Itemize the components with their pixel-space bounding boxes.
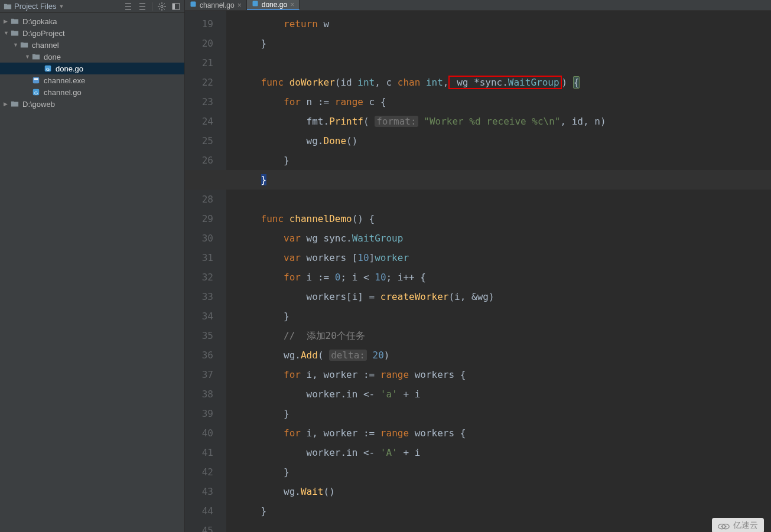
line-number: 31 — [185, 248, 213, 267]
line-number: 38 — [185, 384, 213, 404]
folder-icon — [11, 17, 20, 25]
tree-item[interactable]: ▼channel — [0, 39, 184, 51]
line-number: 26 — [185, 151, 213, 170]
code-line[interactable]: for i, worker := range workers { — [226, 423, 771, 443]
code-editor[interactable]: 1920212223242526272829303132333435363738… — [185, 11, 771, 532]
tree-item[interactable]: ▶D:\goweb — [0, 98, 184, 110]
tree-item[interactable]: ▼D:\goProject — [0, 27, 184, 39]
sidebar-title: Project Files — [14, 2, 57, 11]
line-number: 23 — [185, 92, 213, 112]
line-number: 22 — [185, 73, 213, 92]
svg-rect-9 — [191, 2, 196, 7]
tree-arrow-icon[interactable]: ▼ — [4, 30, 9, 36]
svg-rect-5 — [33, 77, 40, 84]
code-line[interactable]: } — [226, 501, 771, 521]
tree-item[interactable]: channel.exe — [0, 74, 184, 86]
tree-arrow-icon[interactable]: ▼ — [13, 42, 19, 48]
line-number: 33 — [185, 287, 213, 306]
go-file-icon — [190, 1, 197, 9]
tree-item-label: channel.go — [44, 88, 82, 97]
code-line[interactable]: var wg sync.WaitGroup — [226, 229, 771, 248]
code-line[interactable]: // 添加20个任务 — [226, 326, 771, 345]
code-line[interactable]: worker.in <- 'A' + i — [226, 443, 771, 462]
exe-icon — [32, 76, 41, 84]
folder-icon — [11, 29, 20, 37]
code-line[interactable]: } — [226, 404, 771, 423]
tree-arrow-icon[interactable]: ▼ — [25, 54, 31, 60]
code-line[interactable]: for i := 0; i < 10; i++ { — [226, 267, 771, 287]
folder-icon — [32, 53, 41, 61]
code-line[interactable]: } — [226, 462, 771, 482]
go-icon: G — [44, 64, 53, 73]
editor-tabs: channel.go×done.go× — [185, 0, 771, 11]
tree-item-label: channel — [32, 41, 59, 50]
line-number: 28 — [185, 190, 213, 209]
svg-point-13 — [721, 526, 723, 527]
code-line[interactable]: } — [226, 306, 771, 326]
gear-icon[interactable] — [157, 2, 167, 11]
tree-item[interactable]: Gchannel.go — [0, 86, 184, 98]
close-tab-icon[interactable]: × — [238, 1, 242, 9]
code-line[interactable]: fmt.Printf( format: "Worker %d receive %… — [226, 112, 771, 131]
line-number: 37 — [185, 365, 213, 384]
hide-sidebar-icon[interactable] — [171, 2, 181, 11]
tree-item-label: done — [44, 53, 61, 61]
line-number: 25 — [185, 131, 213, 151]
code-line[interactable] — [226, 53, 771, 73]
code-line[interactable]: func doWorker(id int, c chan int, wg *sy… — [226, 73, 771, 92]
line-number-gutter: 1920212223242526272829303132333435363738… — [185, 11, 226, 532]
line-number: 32 — [185, 267, 213, 287]
svg-rect-6 — [34, 79, 38, 80]
sidebar-header: Project Files ▼ — [0, 0, 184, 13]
line-number: 40 — [185, 423, 213, 443]
line-number: 30 — [185, 229, 213, 248]
tree-item-label: D:\gokaka — [22, 17, 57, 26]
collapse-left-icon[interactable] — [138, 2, 147, 11]
editor-tab[interactable]: done.go× — [247, 0, 300, 10]
editor-area: channel.go×done.go× 19202122232425262728… — [185, 0, 771, 532]
code-line[interactable]: workers[i] = createWorker(i, &wg) — [226, 287, 771, 306]
code-line[interactable]: wg.Wait() — [226, 482, 771, 501]
code-line[interactable]: worker.in <- 'a' + i — [226, 384, 771, 404]
folder-icon — [20, 41, 30, 49]
dropdown-arrow-icon[interactable]: ▼ — [59, 4, 64, 9]
line-number: 24 — [185, 112, 213, 131]
editor-tab[interactable]: channel.go× — [185, 0, 247, 10]
code-line[interactable]: return w — [226, 14, 771, 34]
line-number: 34 — [185, 306, 213, 326]
line-number: 41 — [185, 443, 213, 462]
code-line[interactable]: wg.Add( delta: 20) — [226, 345, 771, 365]
tree-arrow-icon[interactable]: ▶ — [4, 18, 9, 24]
svg-rect-2 — [173, 4, 175, 9]
line-number: 29 — [185, 209, 213, 229]
svg-text:G: G — [34, 90, 38, 96]
code-line[interactable]: for n := range c { — [226, 92, 771, 112]
svg-text:G: G — [46, 67, 50, 72]
code-line[interactable]: } — [226, 151, 771, 170]
code-line[interactable]: wg.Done() — [226, 131, 771, 151]
tree-item[interactable]: Gdone.go — [0, 63, 184, 74]
code-line[interactable]: } — [226, 34, 771, 53]
folder-icon — [4, 2, 12, 11]
code-line[interactable] — [226, 190, 771, 209]
line-number: 20 — [185, 34, 213, 53]
collapse-right-icon[interactable] — [123, 2, 133, 11]
tree-item-label: done.go — [56, 64, 83, 73]
tree-item-label: channel.exe — [44, 76, 85, 85]
line-number: 36 — [185, 345, 213, 365]
tab-label: done.go — [262, 1, 287, 9]
code-line[interactable]: var workers [10]worker — [226, 248, 771, 267]
divider — [152, 2, 152, 11]
project-tree[interactable]: ▶D:\gokaka▼D:\goProject▼channel▼doneGdon… — [0, 13, 184, 532]
code-line[interactable]: for i, worker := range workers { — [226, 365, 771, 384]
code-line[interactable]: func channelDemo() { — [226, 209, 771, 229]
code-line[interactable]: } — [226, 170, 771, 190]
close-tab-icon[interactable]: × — [290, 1, 294, 9]
tree-arrow-icon[interactable]: ▶ — [4, 101, 9, 107]
tree-item[interactable]: ▼done — [0, 51, 184, 63]
tree-item[interactable]: ▶D:\gokaka — [0, 15, 184, 27]
line-number: 19 — [185, 14, 213, 34]
code-content[interactable]: return w } func doWorker(id int, c chan … — [226, 11, 771, 532]
code-line[interactable] — [226, 521, 771, 532]
line-number: 45 — [185, 521, 213, 532]
